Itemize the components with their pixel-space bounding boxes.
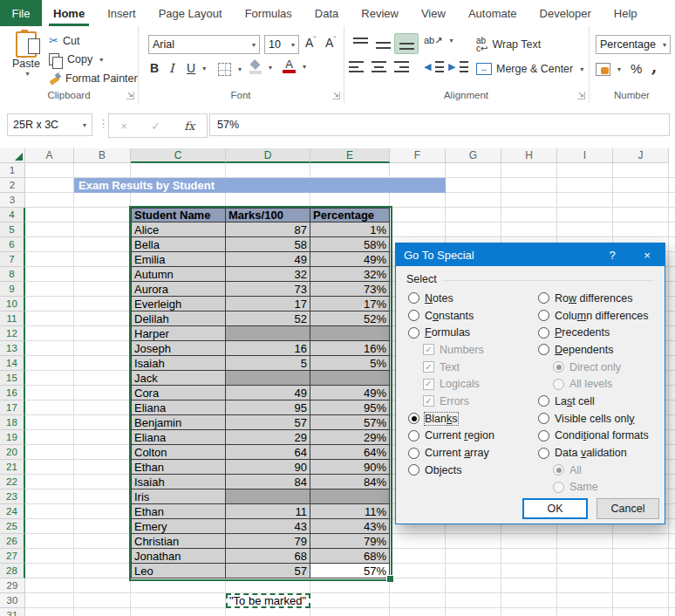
cell-e8[interactable]: 32%	[310, 267, 390, 282]
option-label-blanks[interactable]: Blanks	[425, 413, 458, 425]
cell-d21[interactable]: 90	[226, 460, 310, 475]
option-label-objects[interactable]: Objects	[425, 464, 461, 476]
cell-e10[interactable]: 17%	[310, 297, 390, 311]
tab-data[interactable]: Data	[303, 0, 350, 26]
cell-c22[interactable]: Isaiah	[131, 475, 226, 489]
dialog-title-bar[interactable]: Go To Special ? ×	[396, 243, 665, 266]
column-header-a[interactable]: A	[25, 148, 74, 163]
fill-color-button[interactable]: ▾	[249, 63, 272, 72]
align-left-button[interactable]	[349, 61, 364, 72]
cell-c18[interactable]: Benjamin	[131, 415, 226, 430]
column-header-e[interactable]: E	[310, 148, 390, 163]
grow-font-button[interactable]: Aˆ	[305, 35, 316, 50]
cell-e15[interactable]	[310, 371, 390, 386]
column-header-i[interactable]: I	[557, 148, 613, 163]
cell-c25[interactable]: Emery	[131, 519, 226, 534]
number-format-combo[interactable]: Percentage▾	[596, 35, 671, 54]
cell-d17[interactable]: 95	[226, 400, 310, 415]
row-header-20[interactable]: 20	[0, 445, 25, 460]
option-current-region[interactable]: Current region	[408, 428, 537, 445]
option-label-constants[interactable]: Constants	[425, 310, 474, 322]
row-header-22[interactable]: 22	[0, 475, 25, 489]
cell-e17[interactable]: 95%	[310, 400, 390, 415]
name-box-caret-icon[interactable]: ▾	[83, 121, 86, 129]
name-box[interactable]: 25R x 3C ▾	[7, 113, 92, 136]
cell-d24[interactable]: 11	[226, 504, 310, 519]
merge-center-button[interactable]: ↔Merge & Center▾	[476, 63, 583, 75]
cell-e14[interactable]: 5%	[310, 356, 390, 371]
radio-current-region-icon[interactable]	[408, 430, 419, 441]
option-label-current-array[interactable]: Current array	[425, 447, 489, 459]
row-header-11[interactable]: 11	[0, 311, 25, 326]
radio-constants-icon[interactable]	[408, 310, 419, 321]
cell-d11[interactable]: 52	[226, 311, 310, 326]
radio-data-validation-icon[interactable]	[538, 448, 549, 459]
tab-file[interactable]: File	[0, 0, 42, 26]
tab-insert[interactable]: Insert	[96, 0, 147, 26]
cell-d14[interactable]: 5	[226, 356, 310, 371]
option-formulas[interactable]: Formulas	[408, 324, 537, 341]
row-header-18[interactable]: 18	[0, 415, 25, 430]
comma-style-button[interactable]: ,	[651, 58, 657, 76]
radio-formulas-icon[interactable]	[408, 327, 419, 339]
option-label-data-validation[interactable]: Data validation	[555, 447, 627, 459]
cell-e5[interactable]: 1%	[310, 222, 390, 237]
option-label-precedents[interactable]: Precedents	[555, 326, 610, 339]
option-label-conditional-formats[interactable]: Conditional formats	[555, 429, 649, 441]
cell-e24[interactable]: 11%	[310, 504, 390, 519]
dialog-close-icon[interactable]: ×	[630, 243, 665, 266]
row-header-3[interactable]: 3	[0, 193, 25, 208]
option-current-array[interactable]: Current array	[408, 444, 537, 462]
font-color-button[interactable]: A▾	[283, 59, 306, 73]
formula-input[interactable]: 57%	[209, 113, 670, 136]
cell-c12[interactable]: Harper	[131, 326, 226, 341]
confirm-entry-icon[interactable]: ✓	[151, 120, 160, 133]
row-header-19[interactable]: 19	[0, 430, 25, 445]
ok-button[interactable]: OK	[522, 498, 588, 519]
cell-c19[interactable]: Eliana	[131, 430, 226, 445]
cell-e20[interactable]: 64%	[310, 445, 390, 460]
select-all-button[interactable]	[0, 148, 25, 163]
option-conditional-formats[interactable]: Conditional formats	[538, 428, 665, 445]
row-header-7[interactable]: 7	[0, 252, 25, 267]
tab-developer[interactable]: Developer	[528, 0, 603, 26]
tab-automate[interactable]: Automate	[457, 0, 528, 26]
cell-c26[interactable]: Christian	[131, 534, 226, 549]
cell-d12[interactable]	[226, 326, 310, 341]
cell-d9[interactable]: 73	[226, 282, 310, 297]
radio-precedents-icon[interactable]	[538, 327, 549, 339]
row-header-28[interactable]: 28	[0, 564, 25, 578]
cell-e27[interactable]: 68%	[310, 549, 390, 564]
middle-align-button[interactable]	[372, 33, 394, 52]
copied-cell-d30[interactable]: "To be marked"	[226, 593, 310, 608]
option-label-formulas[interactable]: Formulas	[425, 326, 470, 339]
cell-d28[interactable]: 57	[226, 564, 310, 578]
italic-button[interactable]: I	[169, 61, 174, 75]
format-painter-button[interactable]: Format Painter	[49, 72, 138, 85]
cut-button[interactable]: ✂ Cut	[49, 34, 79, 47]
cell-d16[interactable]: 49	[226, 386, 310, 400]
cell-c9[interactable]: Aurora	[131, 282, 226, 297]
option-visible-cells-only[interactable]: Visible cells only	[538, 410, 665, 428]
copy-button[interactable]: Copy ▾	[49, 53, 103, 65]
cell-c28[interactable]: Leo	[131, 564, 226, 578]
font-size-combo[interactable]: 10▾	[264, 35, 299, 54]
option-label-column-differences[interactable]: Column differences	[555, 310, 649, 322]
row-header-16[interactable]: 16	[0, 386, 25, 400]
cell-e25[interactable]: 43%	[310, 519, 390, 534]
percent-style-button[interactable]: %	[631, 61, 642, 76]
radio-row-differences-icon[interactable]	[538, 292, 549, 304]
wrap-text-button[interactable]: abc↩Wrap Text	[476, 37, 541, 52]
cell-c27[interactable]: Jonathan	[131, 549, 226, 564]
row-header-1[interactable]: 1	[0, 163, 25, 178]
cell-d27[interactable]: 68	[226, 549, 310, 564]
cell-d13[interactable]: 16	[226, 341, 310, 356]
row-header-2[interactable]: 2	[0, 178, 25, 193]
top-align-button[interactable]	[349, 33, 372, 52]
option-blanks[interactable]: Blanks	[408, 410, 537, 428]
tab-help[interactable]: Help	[603, 0, 649, 26]
row-header-21[interactable]: 21	[0, 460, 25, 475]
cell-c6[interactable]: Bella	[131, 237, 226, 252]
option-label-notes[interactable]: Notes	[425, 292, 453, 305]
decrease-indent-button[interactable]: ◀	[424, 61, 444, 72]
